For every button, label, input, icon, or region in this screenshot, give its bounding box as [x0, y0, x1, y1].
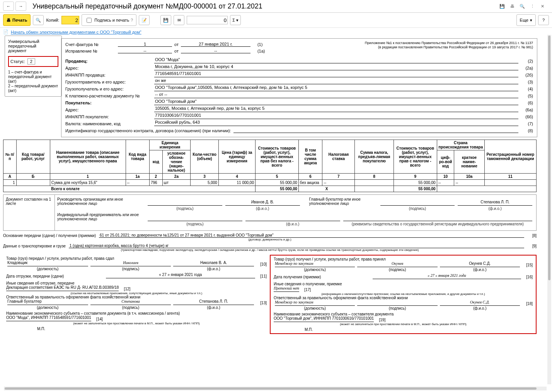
window-title: Универсальный передаточный документ №МД0…	[32, 2, 499, 10]
print-icon[interactable]: 🖶	[509, 3, 516, 10]
nav-forward[interactable]: →	[15, 2, 26, 11]
signatures-box: Руководитель организации или иное уполно…	[55, 194, 537, 231]
items-table: № п/п Код товара/ работ, услуг Наименова…	[3, 140, 537, 192]
sigma-button[interactable]: Σ ▾	[230, 15, 241, 25]
save-icon[interactable]: 💾	[499, 3, 506, 10]
preview-button[interactable]: 🔍	[33, 15, 44, 25]
help-button[interactable]: ?	[538, 15, 549, 25]
horizontal-scrollbar[interactable]	[4, 387, 547, 390]
edo-icon: 📄	[3, 29, 9, 34]
preview-icon[interactable]: 🔍	[519, 3, 526, 10]
print-button[interactable]: 🖶 Печать	[3, 14, 31, 26]
copies-input[interactable]	[61, 16, 79, 24]
document-header: Приложение №1 к постановлению Правительс…	[61, 38, 537, 137]
edit-icon[interactable]: 📝	[139, 15, 150, 25]
pages-box: Документ составлен на 1 листе	[3, 194, 55, 231]
receiver-signatures: Товар (груз) получил / услуги, результат…	[270, 255, 537, 334]
shipper-signatures: Товар (груз) передал / услуги, результат…	[3, 255, 270, 334]
number-input[interactable]	[187, 16, 228, 24]
save-disk-icon[interactable]: 💾	[160, 15, 171, 25]
sign-print-button[interactable]: Подпись и печать ?	[82, 14, 136, 26]
close-icon[interactable]: ✕	[539, 3, 546, 10]
table-row: 1 Сумка для ноутбука 15,6"-- 796шт 5,000…	[3, 180, 537, 186]
sign-print-checkbox[interactable]	[87, 18, 92, 23]
mail-icon[interactable]: ✉	[174, 15, 184, 25]
nav-back[interactable]: ←	[3, 2, 14, 11]
total-row: Всего к оплате 55 000,00X 55 000,00	[3, 186, 537, 192]
regulation-note: Приложение №1 к постановлению Правительс…	[365, 41, 533, 49]
more-button[interactable]: Еще ▾	[516, 14, 536, 26]
kebab-icon[interactable]: ⋮	[529, 3, 536, 10]
copies-label: Копий:	[46, 18, 59, 22]
vertical-scrollbar[interactable]	[547, 35, 551, 384]
edo-link[interactable]: Начать обмен электронными документами с …	[11, 30, 141, 34]
